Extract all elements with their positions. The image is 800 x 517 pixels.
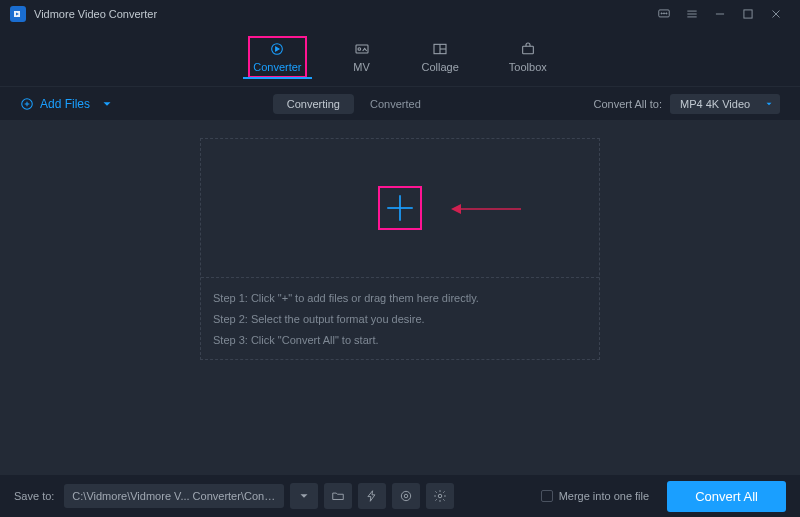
svg-point-3	[666, 13, 667, 14]
app-title: Vidmore Video Converter	[34, 8, 157, 20]
status-tabs: Converting Converted	[273, 94, 435, 114]
dropzone-top	[201, 139, 599, 277]
close-button[interactable]	[762, 3, 790, 25]
svg-point-13	[358, 48, 361, 51]
step-text: Step 3: Click "Convert All" to start.	[213, 330, 587, 351]
svg-point-26	[439, 494, 443, 498]
tab-label: MV	[353, 61, 370, 73]
minimize-button[interactable]	[706, 3, 734, 25]
chevron-down-icon	[764, 99, 774, 111]
toolbar: Add Files Converting Converted Convert A…	[0, 86, 800, 120]
tab-label: Toolbox	[509, 61, 547, 73]
dropzone[interactable]: Step 1: Click "+" to add files or drag t…	[200, 138, 600, 360]
steps-panel: Step 1: Click "+" to add files or drag t…	[201, 278, 599, 359]
tab-mv[interactable]: MV	[352, 41, 372, 73]
annotation-arrow-icon	[451, 201, 521, 219]
merge-checkbox[interactable]: Merge into one file	[541, 490, 650, 502]
svg-point-24	[402, 491, 411, 500]
add-files-button[interactable]: Add Files	[20, 97, 114, 111]
add-files-label: Add Files	[40, 97, 90, 111]
save-path-dropdown[interactable]	[290, 483, 318, 509]
content-area: Step 1: Click "+" to add files or drag t…	[0, 120, 800, 475]
titlebar: Vidmore Video Converter	[0, 0, 800, 28]
tab-collage[interactable]: Collage	[422, 41, 459, 73]
save-to-label: Save to:	[14, 490, 54, 502]
open-folder-button[interactable]	[324, 483, 352, 509]
app-logo-icon	[10, 6, 26, 22]
status-tab-converted[interactable]: Converted	[356, 94, 435, 114]
svg-point-2	[663, 13, 664, 14]
svg-rect-8	[744, 10, 752, 18]
output-format-select[interactable]: MP4 4K Video	[670, 94, 780, 114]
tab-label: Converter	[253, 61, 301, 73]
high-speed-button[interactable]	[392, 483, 420, 509]
merge-label: Merge into one file	[559, 490, 650, 502]
maximize-button[interactable]	[734, 3, 762, 25]
tab-label: Collage	[422, 61, 459, 73]
convert-all-to: Convert All to: MP4 4K Video	[594, 94, 780, 114]
tab-converter[interactable]: Converter	[253, 41, 301, 73]
tab-toolbox[interactable]: Toolbox	[509, 41, 547, 73]
svg-point-1	[661, 13, 662, 14]
status-tab-converting[interactable]: Converting	[273, 94, 354, 114]
svg-rect-17	[522, 46, 533, 53]
hardware-accel-button[interactable]	[358, 483, 386, 509]
save-path-input[interactable]: C:\Vidmore\Vidmore V... Converter\Conver…	[64, 484, 284, 508]
feedback-icon[interactable]	[650, 3, 678, 25]
convert-all-to-label: Convert All to:	[594, 98, 662, 110]
convert-all-button[interactable]: Convert All	[667, 481, 786, 512]
add-files-plus-button[interactable]	[378, 186, 422, 230]
main-tabs: Converter MV Collage Toolbox	[0, 28, 800, 86]
menu-icon[interactable]	[678, 3, 706, 25]
bottombar: Save to: C:\Vidmore\Vidmore V... Convert…	[0, 475, 800, 517]
checkbox-box-icon	[541, 490, 553, 502]
output-format-value: MP4 4K Video	[680, 98, 750, 110]
step-text: Step 1: Click "+" to add files or drag t…	[213, 288, 587, 309]
chevron-down-icon	[100, 97, 114, 111]
svg-point-25	[405, 494, 409, 498]
settings-button[interactable]	[426, 483, 454, 509]
step-text: Step 2: Select the output format you des…	[213, 309, 587, 330]
